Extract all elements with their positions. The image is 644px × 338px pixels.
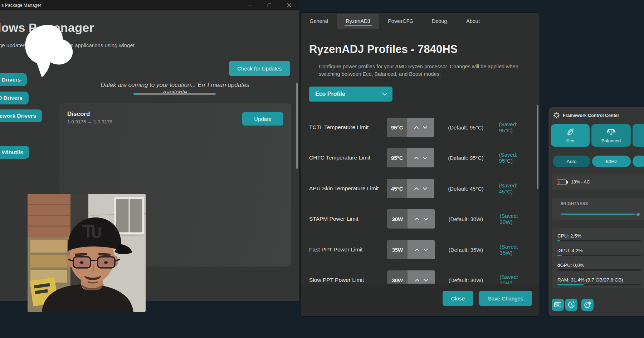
spinner-buttons (407, 118, 434, 137)
tab-debug[interactable]: Debug (426, 14, 453, 29)
profile-dropdown[interactable]: Eco Profile (309, 87, 392, 102)
saved-value-text: (Saved: 95°C) (499, 121, 531, 133)
close-dialog-button[interactable]: Close (443, 291, 473, 306)
battery-status-card: 18% - AC (552, 175, 644, 190)
keyboard-tool-button[interactable] (552, 299, 564, 311)
history-tool-button[interactable] (565, 299, 577, 311)
increment-button[interactable] (415, 279, 420, 282)
tab-ryzenadj[interactable]: RyzenADJ (337, 14, 379, 29)
spinner-value: 95°C (387, 118, 407, 137)
spinner-buttons (407, 148, 434, 167)
power-mode-eco-button[interactable]: Eco (551, 124, 590, 147)
history-icon (567, 301, 575, 309)
value-spinner: 30W (387, 209, 435, 229)
update-button[interactable]: Update (242, 112, 283, 126)
framework-control-center-panel: Framework Control Center Eco Balanced Au… (548, 107, 644, 316)
scrollbar-thumb[interactable] (296, 83, 298, 169)
decrement-button[interactable] (423, 126, 428, 129)
refresh-rate-60hz-button[interactable]: 60Hz (592, 156, 631, 167)
increment-button[interactable] (415, 248, 420, 251)
titlebar[interactable]: s Package Manager (0, 0, 299, 10)
value-spinner: 45°C (387, 179, 434, 198)
dropdown-selected-value: Eco Profile (309, 91, 382, 97)
setting-row-stapm: STAPM Power Limit 30W (Default: 30W) (Sa… (309, 209, 531, 229)
check-for-updates-button[interactable]: Check for Updates (229, 61, 290, 76)
setting-label: Slow PPT Power Limit (309, 277, 387, 283)
ryzenadj-settings-window: General RyzenADJ PowerCFG Debug About Ry… (301, 13, 540, 316)
value-spinner: 95°C (387, 118, 434, 137)
sidebar-button-framework-drivers[interactable]: mework Drivers (0, 109, 42, 122)
bar-fill (557, 240, 560, 241)
bar-fill (557, 255, 562, 256)
section-heading: RyzenADJ Profiles - 7840HS (309, 43, 458, 56)
sidebar-button-label: D Drivers (0, 95, 23, 101)
balance-scales-icon (606, 127, 616, 137)
sidebar-button-drivers-2[interactable]: D Drivers (0, 92, 29, 104)
saved-value-text: (Saved: 45°C) (499, 182, 531, 195)
tab-label: PowerCFG (388, 18, 414, 24)
ram-usage-text: RAM: 31,4% (8,7 GB/27,8 GB) (557, 277, 623, 283)
panel-title: Framework Control Center (563, 113, 619, 118)
spinner-buttons (408, 240, 435, 259)
increment-button[interactable] (414, 187, 419, 190)
default-value-text: (Default: 95°C) (448, 124, 499, 131)
spinner-value: 30W (387, 270, 408, 284)
close-button[interactable] (283, 0, 295, 10)
decrement-button[interactable] (423, 156, 428, 160)
brightness-card: BRIGHTNESS (552, 198, 644, 220)
decrement-button[interactable] (423, 217, 428, 221)
decrement-button[interactable] (423, 248, 428, 251)
brightness-label: BRIGHTNESS (561, 201, 588, 206)
close-icon (287, 3, 291, 8)
spinner-value: 30W (387, 209, 408, 229)
tab-label: General (309, 18, 328, 24)
saved-value-text: (Saved: 95°C) (499, 152, 531, 164)
increment-button[interactable] (414, 156, 419, 160)
window-title: s Package Manager (0, 3, 41, 8)
cpu-usage-text: CPU: 2,5% (557, 233, 581, 239)
gauge-icon (584, 301, 591, 309)
sidebar-button-winutils[interactable]: T Winutils (0, 146, 29, 159)
spinner-value: 35W (387, 240, 408, 259)
tab-general[interactable]: General (304, 14, 333, 29)
battery-icon (557, 180, 567, 185)
slider-thumb[interactable] (636, 213, 640, 216)
battery-level-fill (558, 181, 560, 184)
increment-button[interactable] (415, 217, 420, 221)
save-changes-button[interactable]: Save Changes (479, 291, 532, 306)
spinner-value: 45°C (387, 179, 407, 198)
default-value-text: (Default: 30W) (449, 277, 500, 283)
decrement-button[interactable] (423, 187, 428, 190)
sidebar-button-label: mework Drivers (0, 113, 36, 119)
setting-row-chtc: CHTC Temperature Limit 95°C (Default: 95… (309, 148, 531, 167)
spinner-buttons (408, 209, 435, 229)
leaf-icon (566, 127, 575, 137)
system-stats-card: CPU: 2,5% iGPU: 4,2% dGPU: 0,0% RAM: 31,… (552, 228, 644, 288)
tab-about[interactable]: About (459, 14, 487, 29)
webcam-overlay (28, 194, 146, 312)
update-progress-bar (133, 93, 216, 95)
value-spinner: 95°C (387, 148, 434, 167)
setting-row-apu-skin: APU Skin Temperature Limit 45°C (Default… (309, 179, 531, 198)
active-tab-underline (345, 25, 372, 26)
gauge-tool-button[interactable] (581, 299, 594, 311)
panel-header: Framework Control Center (553, 112, 619, 118)
scrollbar-thumb[interactable] (537, 105, 538, 189)
decrement-button[interactable] (423, 279, 428, 282)
increment-button[interactable] (414, 126, 419, 129)
refresh-rate-partial-button[interactable] (633, 156, 644, 167)
webcam-portrait (28, 194, 146, 312)
power-mode-partial-button[interactable] (633, 124, 644, 147)
maximize-button[interactable] (263, 0, 275, 10)
brightness-slider[interactable] (561, 214, 640, 215)
settings-rows: TCTL Temperature Limit 95°C (Default: 95… (301, 117, 540, 284)
default-value-text: (Default: 30W) (449, 216, 500, 222)
spinner-buttons (407, 179, 434, 198)
tab-powercfg[interactable]: PowerCFG (386, 14, 416, 29)
dialog-footer: Close Save Changes (301, 284, 540, 316)
mode-label: Balanced (601, 138, 621, 143)
minimize-button[interactable] (244, 0, 256, 10)
refresh-rate-auto-button[interactable]: Auto (553, 156, 590, 167)
minimize-icon (248, 5, 252, 6)
power-mode-balanced-button[interactable]: Balanced (591, 124, 631, 147)
